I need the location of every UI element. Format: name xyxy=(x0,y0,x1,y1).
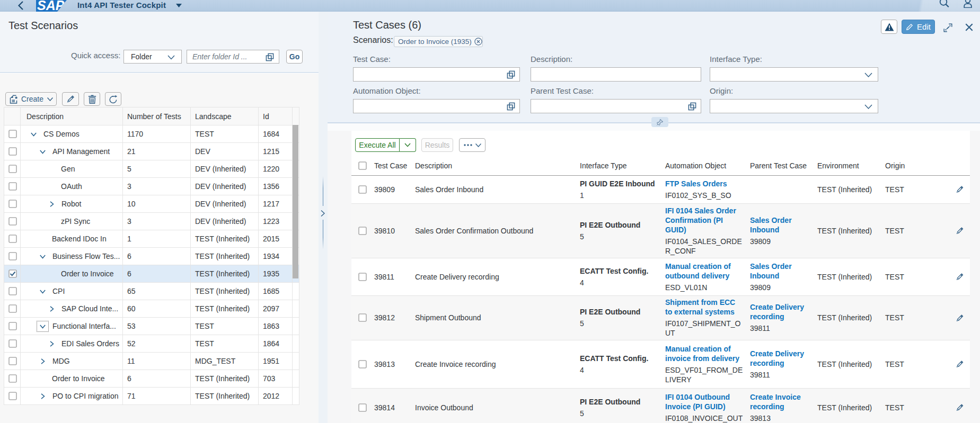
svg-text:SAP: SAP xyxy=(37,0,65,12)
